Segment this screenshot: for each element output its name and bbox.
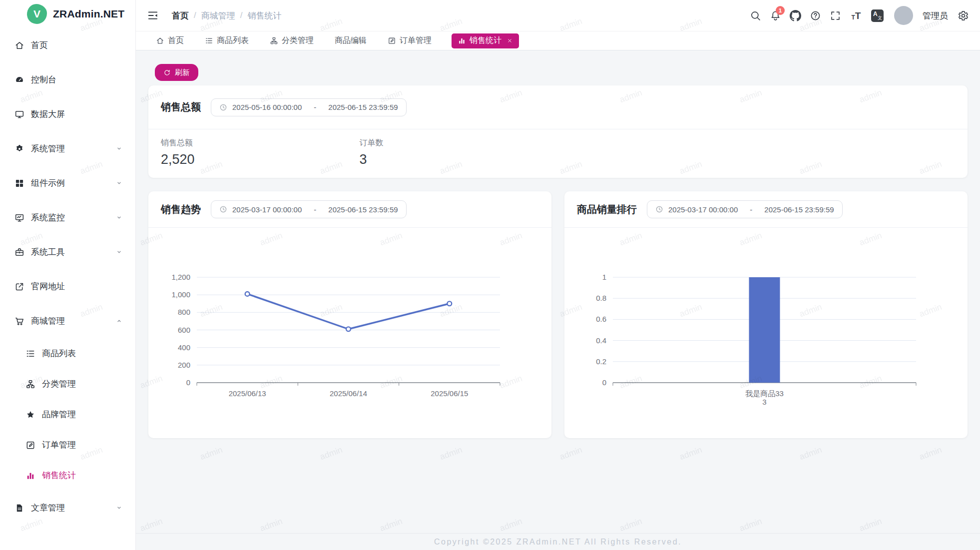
svg-text:0: 0	[186, 378, 190, 387]
sidebar-item[interactable]: 组件示例	[0, 166, 135, 200]
font-size-icon[interactable]: TT	[850, 10, 863, 21]
svg-text:2025/06/13: 2025/06/13	[229, 389, 266, 398]
svg-text:0.4: 0.4	[596, 336, 606, 345]
tab-label: 订单管理	[400, 35, 432, 46]
sidebar-item[interactable]: 系统工具	[0, 235, 135, 269]
tab-label: 商品列表	[217, 35, 249, 46]
chevron-up-icon	[115, 317, 123, 325]
date-range-picker[interactable]: 2025-05-16 00:00:00 - 2025-06-15 23:59:5…	[211, 98, 407, 116]
chevron-down-icon	[115, 248, 123, 256]
svg-text:800: 800	[178, 308, 190, 316]
sidebar-item[interactable]: 数据大屏	[0, 97, 135, 131]
toolbox-icon	[14, 247, 24, 257]
date-end: 2025-06-15 23:59:59	[328, 103, 398, 111]
card-title: 销售总额	[161, 100, 201, 114]
breadcrumb-separator: /	[240, 10, 243, 20]
date-end: 2025-06-15 23:59:59	[764, 205, 834, 214]
home-icon	[156, 36, 164, 45]
content: 刷新 销售总额 2025-05-16 00:00:00 - 2025-06-15…	[136, 50, 980, 533]
settings-gear-icon[interactable]	[958, 10, 969, 21]
sidebar-item[interactable]: 系统监控	[0, 200, 135, 235]
date-range-picker[interactable]: 2025-03-17 00:00:00 - 2025-06-15 23:59:5…	[211, 200, 407, 218]
breadcrumb-item: 商城管理	[201, 10, 235, 21]
sidebar-item[interactable]: 品牌管理	[0, 399, 135, 430]
tabbar: 首页 商品列表 分类管理 商品编辑 订单管理 销售统计	[136, 31, 980, 50]
sidebar-item-label: 品牌管理	[42, 409, 76, 420]
fullscreen-icon[interactable]	[830, 10, 841, 21]
svg-text:0.8: 0.8	[596, 294, 606, 302]
svg-text:我是商品33: 我是商品33	[745, 389, 784, 398]
tab[interactable]: 订单管理	[387, 33, 433, 48]
svg-text:1: 1	[602, 273, 606, 281]
category-icon	[25, 379, 35, 389]
tab[interactable]: 商品列表	[204, 33, 250, 48]
refresh-button[interactable]: 刷新	[155, 64, 198, 81]
sidebar-item[interactable]: 订单管理	[0, 430, 135, 460]
tab[interactable]: 商品编辑	[334, 33, 368, 48]
topbar: 首页/商城管理/销售统计 1TTA文 管理员	[136, 0, 980, 31]
sidebar-item-label: 商城管理	[31, 315, 65, 327]
stat-label: 销售总额	[161, 138, 360, 148]
help-icon[interactable]	[810, 10, 821, 21]
username[interactable]: 管理员	[923, 10, 948, 21]
sidebar-item-label: 系统管理	[31, 143, 65, 154]
breadcrumb-item: 销售统计	[247, 10, 281, 21]
date-separator: -	[750, 205, 752, 214]
svg-text:1,000: 1,000	[171, 290, 190, 299]
sidebar-item[interactable]: 商品列表	[0, 338, 135, 369]
search-icon[interactable]	[750, 10, 761, 21]
app-logo[interactable]: V ZRAdmin.NET	[0, 0, 135, 28]
date-separator: -	[314, 205, 316, 214]
monitor-icon	[14, 213, 24, 223]
sidebar-item[interactable]: 官网地址	[0, 269, 135, 304]
sidebar-item[interactable]: 商城管理	[0, 304, 135, 338]
sidebar-item[interactable]: 控制台	[0, 62, 135, 97]
tab[interactable]: 分类管理	[269, 33, 315, 48]
card-title: 销售趋势	[161, 203, 201, 216]
sidebar-item-label: 文章管理	[31, 502, 65, 514]
edit-icon	[388, 36, 396, 45]
avatar[interactable]	[894, 6, 913, 25]
sidebar-item[interactable]: 文章管理	[0, 491, 135, 525]
svg-text:0.6: 0.6	[596, 315, 606, 323]
close-tab-icon[interactable]	[506, 37, 513, 44]
sidebar-fold-icon[interactable]	[147, 9, 159, 21]
sidebar-item-label: 组件示例	[31, 177, 65, 189]
tab[interactable]: 首页	[155, 33, 185, 48]
sidebar-nav: 首页 控制台 数据大屏 系统管理 组件示例 系统监控 系统工具 官网地址 商城管…	[0, 28, 135, 550]
dashboard-icon	[14, 75, 24, 85]
date-end: 2025-06-15 23:59:59	[328, 205, 398, 214]
breadcrumb-separator: /	[194, 10, 196, 20]
sidebar-item-label: 商品列表	[42, 348, 76, 359]
sidebar-item[interactable]: 首页	[0, 28, 135, 62]
notification-bell-icon[interactable]: 1	[770, 10, 781, 21]
svg-text:3: 3	[762, 398, 766, 406]
sales-total-card: 销售总额 2025-05-16 00:00:00 - 2025-06-15 23…	[148, 85, 968, 178]
main-area: 首页/商城管理/销售统计 1TTA文 管理员 首页 商品列表 分类管理 商品编辑…	[136, 0, 980, 550]
sidebar-item-label: 官网地址	[31, 281, 65, 292]
list-icon	[25, 349, 35, 359]
list-icon	[205, 36, 213, 45]
date-range-picker[interactable]: 2025-03-17 00:00:00 - 2025-06-15 23:59:5…	[647, 200, 843, 218]
refresh-icon	[163, 69, 171, 76]
sidebar-item[interactable]: 系统管理	[0, 131, 135, 166]
github-icon[interactable]	[790, 10, 801, 21]
tab[interactable]: 销售统计	[452, 33, 519, 48]
clock-icon	[219, 205, 227, 213]
sidebar-item-label: 首页	[31, 39, 48, 51]
sidebar-item[interactable]: 分类管理	[0, 369, 135, 399]
stat-value: 2,520	[161, 152, 360, 167]
header-icon-list: 1TTA文	[750, 9, 884, 22]
breadcrumb-item[interactable]: 首页	[172, 10, 189, 21]
sidebar-item-label: 控制台	[31, 74, 56, 85]
star-icon	[25, 410, 35, 420]
app-title: ZRAdmin.NET	[53, 8, 124, 20]
edit-icon	[25, 440, 35, 450]
summary-stats: 销售总额 2,520 订单数 3	[148, 129, 968, 178]
clock-icon	[655, 205, 663, 213]
sidebar-item[interactable]: 销售统计	[0, 460, 135, 491]
sales-trend-line-chart: 02004006008001,0001,2002025/06/132025/06…	[148, 228, 551, 438]
sidebar-item-label: 数据大屏	[31, 108, 65, 120]
refresh-label: 刷新	[175, 68, 190, 77]
language-icon[interactable]: A文	[871, 9, 884, 22]
